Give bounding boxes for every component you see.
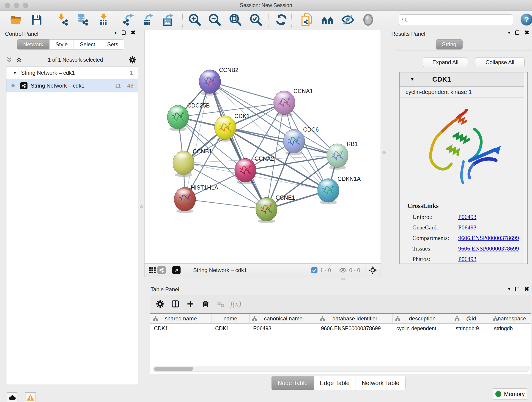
float-panel-icon[interactable]	[122, 31, 126, 35]
column-header-namespace[interactable]: namespace	[490, 313, 531, 323]
network-node[interactable]: CDKN1A	[317, 176, 361, 204]
horizontal-splitter-handle[interactable]	[341, 278, 345, 280]
column-header-database-identifier[interactable]: database identifier	[317, 313, 393, 323]
function-builder-button[interactable]: f(x)	[230, 298, 242, 310]
hide-selected-button[interactable]	[341, 12, 355, 27]
crosslink-label: Tissues:	[412, 245, 458, 252]
grid-view-icon[interactable]	[148, 266, 157, 275]
network-node[interactable]: CCNB1	[173, 148, 212, 177]
table-cell[interactable]: cyclin-dependent ...	[393, 324, 452, 333]
add-column-button[interactable]	[184, 298, 196, 310]
close-panel-icon[interactable]: ✖	[524, 287, 529, 291]
zoom-fit-button[interactable]	[228, 12, 243, 27]
network-collection-row[interactable]: ▼ String Network – cdk1 1	[6, 66, 138, 79]
node-label: CCNB1	[193, 148, 212, 154]
network-node[interactable]: CDC25B	[167, 102, 210, 131]
crosslink-link[interactable]: 9606.ENSP00000378699	[458, 235, 519, 242]
save-session-button[interactable]	[29, 12, 44, 27]
crosslink-link[interactable]: P06493	[458, 256, 476, 263]
crosslink-link[interactable]: P06493	[458, 224, 476, 231]
tab-network-table[interactable]: Network Table	[356, 376, 405, 390]
show-all-button[interactable]	[361, 12, 375, 27]
close-panel-icon[interactable]: ✖	[524, 31, 529, 35]
results-scrollbar[interactable]	[524, 72, 527, 264]
column-header-@id[interactable]: @id	[452, 313, 490, 323]
column-header-shared-name[interactable]: shared name	[150, 313, 211, 323]
network-node[interactable]: HIST1H1A	[174, 184, 218, 213]
help-button[interactable]: ?	[520, 13, 532, 26]
column-header-description[interactable]: description	[393, 313, 452, 323]
panel-menu-icon[interactable]: ▾	[508, 30, 510, 35]
table-cell[interactable]: CDK1	[211, 324, 249, 333]
network-canvas[interactable]: CCNB2CCNA1CDC25BCDK1CDC6RB1CCNB1CCNA2CDK…	[144, 30, 381, 264]
crosslink-link[interactable]: 9606.ENSP00000378699	[458, 245, 519, 252]
import-network-button[interactable]	[55, 12, 70, 27]
network-node[interactable]: RB1	[327, 141, 358, 170]
network-thumbnail-icon[interactable]	[157, 266, 166, 275]
close-panel-icon[interactable]: ✖	[131, 31, 136, 35]
panel-menu-icon[interactable]: ▾	[114, 30, 117, 35]
tab-sets[interactable]: Sets	[101, 39, 124, 50]
caret-down-icon[interactable]: ▼	[410, 77, 414, 82]
import-table-button[interactable]	[96, 12, 111, 27]
column-header-name[interactable]: name	[211, 313, 249, 323]
network-node[interactable]: CCNE1	[256, 194, 295, 223]
network-node[interactable]: CCNB2	[199, 67, 239, 96]
table-settings-button[interactable]	[154, 298, 166, 310]
network-edge	[185, 82, 210, 199]
column-header-canonical-name[interactable]: canonical name	[249, 313, 317, 323]
tab-style[interactable]: Style	[50, 39, 74, 50]
float-panel-icon[interactable]	[515, 31, 519, 35]
zoom-in-button[interactable]	[187, 12, 202, 27]
zoom-selected-button[interactable]	[249, 12, 263, 27]
export-network-button[interactable]	[121, 12, 136, 27]
warnings-button[interactable]	[25, 392, 36, 402]
table-cell[interactable]: stringdb	[490, 324, 531, 333]
search-input[interactable]	[409, 17, 510, 23]
table-row[interactable]: CDK1CDK1P064939606.ENSP00000378699cyclin…	[150, 324, 531, 333]
tab-node-table[interactable]: Node Table	[272, 376, 314, 390]
import-network-from-database-button[interactable]	[75, 12, 90, 27]
tab-select[interactable]: Select	[74, 39, 101, 50]
delete-column-button[interactable]	[199, 298, 212, 310]
gear-icon[interactable]	[129, 56, 136, 64]
first-neighbors-button[interactable]	[320, 12, 335, 27]
crosslink-link[interactable]: P06493	[458, 214, 476, 220]
zoom-out-button[interactable]	[207, 12, 222, 27]
scrollbar-thumb[interactable]	[154, 367, 193, 371]
export-image-button[interactable]	[161, 12, 175, 27]
cloud-status-button[interactable]	[7, 392, 17, 402]
delete-table-button[interactable]	[215, 298, 227, 310]
float-panel-icon[interactable]	[515, 287, 519, 291]
tab-network[interactable]: Network	[17, 39, 50, 50]
tab-string[interactable]: String	[436, 39, 462, 50]
expand-all-icon[interactable]	[16, 57, 22, 63]
left-splitter-handle[interactable]	[140, 205, 143, 208]
table-cell[interactable]: 9606.ENSP00000378699	[317, 324, 393, 333]
collapse-all-icon[interactable]	[6, 57, 12, 63]
gene-section-header[interactable]: ▼ CDK1	[399, 72, 527, 87]
apply-layout-button[interactable]	[274, 12, 289, 27]
control-panel-tabs: Network Style Select Sets	[17, 39, 124, 50]
caret-down-icon[interactable]: ▼	[13, 70, 17, 75]
table-horizontal-scrollbar[interactable]	[152, 366, 530, 372]
panel-menu-icon[interactable]: ▾	[508, 286, 510, 292]
expand-all-button[interactable]: Expand All	[423, 57, 468, 67]
table-cell[interactable]: P06493	[249, 324, 317, 333]
memory-button[interactable]: Memory	[493, 389, 527, 400]
search-field[interactable]	[399, 14, 513, 25]
show-columns-button[interactable]	[169, 298, 181, 310]
open-in-new-window-icon[interactable]	[172, 266, 181, 275]
network-node[interactable]: CCNA1	[273, 88, 313, 117]
export-table-button[interactable]	[140, 12, 155, 27]
table-cell[interactable]: CDK1	[150, 324, 211, 333]
string-results-box: Expand All Collapse All ▼ CDK1 cyclin-de…	[396, 50, 531, 268]
open-session-button[interactable]	[9, 12, 23, 27]
network-row-selected[interactable]: String Network – cdk1 11 48	[6, 79, 138, 92]
right-splitter-handle[interactable]	[382, 151, 386, 154]
table-cell[interactable]: stringdb:9...	[452, 324, 490, 333]
clone-network-button[interactable]	[300, 12, 314, 27]
tab-edge-table[interactable]: Edge Table	[314, 376, 356, 390]
collapse-all-button[interactable]: Collapse All	[475, 57, 525, 67]
birds-eye-view-icon[interactable]	[368, 266, 377, 275]
